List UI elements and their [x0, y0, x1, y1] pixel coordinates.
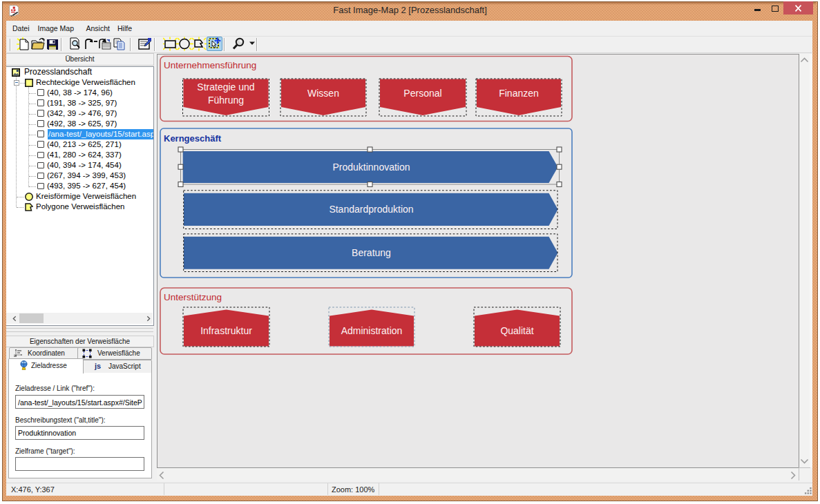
svg-text:Beratung: Beratung: [352, 247, 391, 258]
svg-text:Kerngeschäft: Kerngeschäft: [164, 133, 222, 144]
svg-text:Produktinnovation: Produktinnovation: [332, 162, 410, 173]
svg-text:Administration: Administration: [341, 325, 403, 336]
svg-text:Qualität: Qualität: [500, 325, 533, 336]
svg-text:Personal: Personal: [403, 88, 441, 99]
svg-text:Unterstützung: Unterstützung: [164, 292, 222, 302]
svg-text:Wissen: Wissen: [307, 88, 339, 99]
svg-text:Infrastruktur: Infrastruktur: [200, 325, 252, 336]
svg-text:Unternehmensführung: Unternehmensführung: [164, 60, 256, 70]
svg-text:Strategie und: Strategie und: [197, 81, 254, 93]
svg-text:Finanzen: Finanzen: [499, 88, 539, 99]
svg-text:Führung: Führung: [208, 95, 244, 106]
svg-text:Standardproduktion: Standardproduktion: [329, 204, 413, 215]
